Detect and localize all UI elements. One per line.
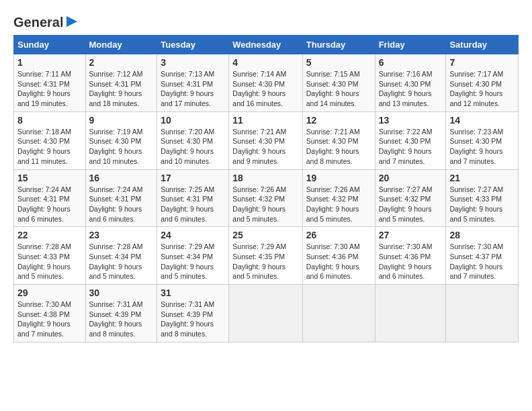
day-info: Sunrise: 7:21 AMSunset: 4:30 PMDaylight:… <box>232 128 286 165</box>
day-info: Sunrise: 7:13 AMSunset: 4:31 PMDaylight:… <box>161 70 214 107</box>
day-number: 31 <box>161 287 225 298</box>
calendar-cell: 30 Sunrise: 7:31 AMSunset: 4:39 PMDaylig… <box>85 285 157 342</box>
day-info: Sunrise: 7:16 AMSunset: 4:30 PMDaylight:… <box>379 70 433 107</box>
calendar-cell <box>446 285 519 342</box>
day-info: Sunrise: 7:27 AMSunset: 4:33 PMDaylight:… <box>449 185 503 223</box>
col-header-sunday: Sunday <box>14 36 86 54</box>
day-number: 21 <box>449 173 515 183</box>
calendar-cell <box>229 285 302 342</box>
day-info: Sunrise: 7:30 AMSunset: 4:38 PMDaylight:… <box>17 300 71 338</box>
calendar-cell: 17 Sunrise: 7:25 AMSunset: 4:31 PMDaylig… <box>157 169 229 227</box>
day-number: 28 <box>449 230 515 240</box>
day-info: Sunrise: 7:30 AMSunset: 4:36 PMDaylight:… <box>379 242 433 280</box>
calendar-cell: 3 Sunrise: 7:13 AMSunset: 4:31 PMDayligh… <box>157 54 229 112</box>
day-number: 27 <box>379 230 443 240</box>
day-info: Sunrise: 7:19 AMSunset: 4:30 PMDaylight:… <box>89 128 143 165</box>
calendar-cell: 7 Sunrise: 7:17 AMSunset: 4:30 PMDayligh… <box>446 54 519 112</box>
day-number: 24 <box>161 230 225 240</box>
day-number: 2 <box>89 57 154 68</box>
calendar-cell: 1 Sunrise: 7:11 AMSunset: 4:31 PMDayligh… <box>14 54 86 112</box>
day-number: 23 <box>89 230 154 240</box>
day-info: Sunrise: 7:12 AMSunset: 4:31 PMDaylight:… <box>89 70 143 107</box>
calendar-cell: 29 Sunrise: 7:30 AMSunset: 4:38 PMDaylig… <box>14 285 86 342</box>
day-number: 26 <box>306 230 371 240</box>
day-info: Sunrise: 7:21 AMSunset: 4:30 PMDaylight:… <box>306 128 360 165</box>
col-header-wednesday: Wednesday <box>229 36 302 54</box>
day-number: 10 <box>161 115 225 126</box>
day-number: 6 <box>379 57 443 68</box>
day-info: Sunrise: 7:27 AMSunset: 4:32 PMDaylight:… <box>379 185 433 223</box>
logo-arrow-icon <box>65 15 79 28</box>
calendar-table: SundayMondayTuesdayWednesdayThursdayFrid… <box>13 35 519 342</box>
day-number: 11 <box>232 115 298 126</box>
calendar-cell: 16 Sunrise: 7:24 AMSunset: 4:31 PMDaylig… <box>85 169 157 227</box>
day-info: Sunrise: 7:26 AMSunset: 4:32 PMDaylight:… <box>306 185 360 223</box>
day-info: Sunrise: 7:31 AMSunset: 4:39 PMDaylight:… <box>89 300 143 338</box>
day-info: Sunrise: 7:26 AMSunset: 4:32 PMDaylight:… <box>232 185 286 223</box>
page-header: General <box>13 13 519 28</box>
day-number: 13 <box>379 115 443 126</box>
calendar-cell: 23 Sunrise: 7:28 AMSunset: 4:34 PMDaylig… <box>85 227 157 285</box>
calendar-cell: 21 Sunrise: 7:27 AMSunset: 4:33 PMDaylig… <box>446 169 519 227</box>
col-header-monday: Monday <box>85 36 157 54</box>
logo-line1: General <box>13 15 63 30</box>
day-number: 7 <box>449 57 515 68</box>
col-header-tuesday: Tuesday <box>157 36 229 54</box>
day-number: 20 <box>379 173 443 183</box>
calendar-cell: 11 Sunrise: 7:21 AMSunset: 4:30 PMDaylig… <box>229 111 302 169</box>
day-info: Sunrise: 7:28 AMSunset: 4:34 PMDaylight:… <box>89 242 143 280</box>
col-header-friday: Friday <box>375 36 446 54</box>
day-info: Sunrise: 7:18 AMSunset: 4:30 PMDaylight:… <box>17 128 71 165</box>
calendar-cell <box>375 285 446 342</box>
day-info: Sunrise: 7:17 AMSunset: 4:30 PMDaylight:… <box>449 70 503 107</box>
calendar-cell: 19 Sunrise: 7:26 AMSunset: 4:32 PMDaylig… <box>302 169 375 227</box>
calendar-cell: 25 Sunrise: 7:29 AMSunset: 4:35 PMDaylig… <box>229 227 302 285</box>
day-number: 16 <box>89 173 154 183</box>
day-info: Sunrise: 7:15 AMSunset: 4:30 PMDaylight:… <box>306 70 360 107</box>
day-info: Sunrise: 7:30 AMSunset: 4:37 PMDaylight:… <box>449 242 503 280</box>
day-info: Sunrise: 7:23 AMSunset: 4:30 PMDaylight:… <box>449 128 503 165</box>
calendar-cell: 2 Sunrise: 7:12 AMSunset: 4:31 PMDayligh… <box>85 54 157 112</box>
day-number: 8 <box>17 115 82 126</box>
calendar-cell: 4 Sunrise: 7:14 AMSunset: 4:30 PMDayligh… <box>229 54 302 112</box>
day-number: 3 <box>161 57 225 68</box>
day-number: 30 <box>89 287 154 298</box>
calendar-cell: 5 Sunrise: 7:15 AMSunset: 4:30 PMDayligh… <box>302 54 375 112</box>
day-info: Sunrise: 7:28 AMSunset: 4:33 PMDaylight:… <box>17 242 71 280</box>
day-info: Sunrise: 7:11 AMSunset: 4:31 PMDaylight:… <box>17 70 71 107</box>
day-info: Sunrise: 7:31 AMSunset: 4:39 PMDaylight:… <box>161 300 214 338</box>
day-info: Sunrise: 7:29 AMSunset: 4:35 PMDaylight:… <box>232 242 286 280</box>
day-number: 12 <box>306 115 371 126</box>
day-info: Sunrise: 7:24 AMSunset: 4:31 PMDaylight:… <box>89 185 143 223</box>
col-header-saturday: Saturday <box>446 36 519 54</box>
day-number: 25 <box>232 230 298 240</box>
logo: General <box>13 13 79 28</box>
day-number: 15 <box>17 173 82 183</box>
day-number: 19 <box>306 173 371 183</box>
calendar-cell: 26 Sunrise: 7:30 AMSunset: 4:36 PMDaylig… <box>302 227 375 285</box>
day-info: Sunrise: 7:30 AMSunset: 4:36 PMDaylight:… <box>306 242 360 280</box>
day-number: 1 <box>17 57 82 68</box>
calendar-cell: 8 Sunrise: 7:18 AMSunset: 4:30 PMDayligh… <box>14 111 86 169</box>
day-info: Sunrise: 7:25 AMSunset: 4:31 PMDaylight:… <box>161 185 214 223</box>
calendar-cell: 27 Sunrise: 7:30 AMSunset: 4:36 PMDaylig… <box>375 227 446 285</box>
day-number: 18 <box>232 173 298 183</box>
col-header-thursday: Thursday <box>302 36 375 54</box>
calendar-cell: 22 Sunrise: 7:28 AMSunset: 4:33 PMDaylig… <box>14 227 86 285</box>
day-info: Sunrise: 7:22 AMSunset: 4:30 PMDaylight:… <box>379 128 433 165</box>
day-number: 29 <box>17 287 82 298</box>
calendar-cell: 14 Sunrise: 7:23 AMSunset: 4:30 PMDaylig… <box>446 111 519 169</box>
svg-marker-0 <box>66 16 77 27</box>
day-info: Sunrise: 7:20 AMSunset: 4:30 PMDaylight:… <box>161 128 214 165</box>
calendar-cell <box>302 285 375 342</box>
calendar-cell: 24 Sunrise: 7:29 AMSunset: 4:34 PMDaylig… <box>157 227 229 285</box>
day-number: 9 <box>89 115 154 126</box>
day-info: Sunrise: 7:14 AMSunset: 4:30 PMDaylight:… <box>232 70 286 107</box>
calendar-cell: 15 Sunrise: 7:24 AMSunset: 4:31 PMDaylig… <box>14 169 86 227</box>
calendar-cell: 9 Sunrise: 7:19 AMSunset: 4:30 PMDayligh… <box>85 111 157 169</box>
calendar-cell: 13 Sunrise: 7:22 AMSunset: 4:30 PMDaylig… <box>375 111 446 169</box>
day-info: Sunrise: 7:24 AMSunset: 4:31 PMDaylight:… <box>17 185 71 223</box>
day-number: 14 <box>449 115 515 126</box>
day-number: 22 <box>17 230 82 240</box>
calendar-cell: 6 Sunrise: 7:16 AMSunset: 4:30 PMDayligh… <box>375 54 446 112</box>
